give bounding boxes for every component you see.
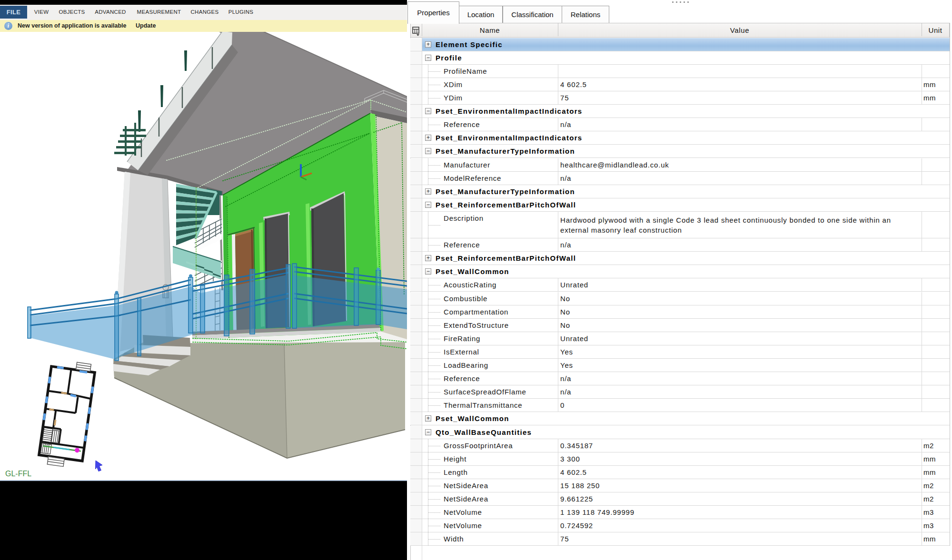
svg-text:GL-FFL: GL-FFL <box>5 470 31 478</box>
